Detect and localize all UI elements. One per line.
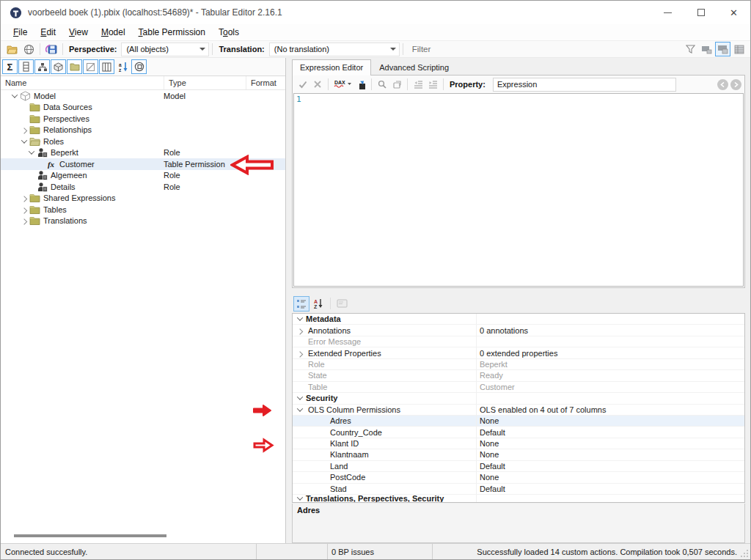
property-row-state[interactable]: StateReady [293,370,744,381]
property-value[interactable]: Default [477,462,744,471]
property-row-land[interactable]: LandDefault [293,461,744,472]
back-icon[interactable] [717,79,728,90]
property-row-security[interactable]: Security [293,393,744,404]
menu-model[interactable]: Model [95,26,132,39]
menu-edit[interactable]: Edit [34,26,62,39]
grid-expander-icon[interactable] [295,325,304,335]
cancel-icon[interactable] [310,78,325,92]
tree-column-type[interactable]: Type [164,76,246,89]
tree-row-details[interactable]: DetailsRole [1,181,285,193]
property-row-postcode[interactable]: PostCodeNone [293,472,744,483]
property-row-translations-perspectives-security[interactable]: Translations, Perspectives, Security [293,495,744,502]
tree-row-perspectives[interactable]: Perspectives [1,113,285,125]
tree-expander-icon[interactable] [19,136,29,146]
tab-advanced-scripting[interactable]: Advanced Scripting [371,59,457,75]
grid-expander-icon[interactable] [295,394,304,403]
tree-row-translations[interactable]: Translations [1,215,285,227]
property-row-ols-column-permissions[interactable]: OLS Column PermissionsOLS enabled on 4 o… [293,405,744,416]
property-row-table[interactable]: TableCustomer [293,382,744,393]
tree-expander-icon[interactable] [19,125,29,135]
tree-row-relationships[interactable]: Relationships [1,125,285,136]
property-value[interactable]: Customer [477,383,744,391]
tree-row-shared-expressions[interactable]: Shared Expressions [1,193,285,205]
filter-input[interactable] [412,43,676,56]
outdent-icon[interactable] [411,78,425,92]
show-display-folders-icon[interactable] [67,59,82,74]
horizontal-scrollbar[interactable] [14,534,166,537]
menu-table-permission[interactable]: Table Permission [132,26,212,39]
apply-icon[interactable] [296,78,310,92]
show-measures-icon[interactable]: Σ [2,59,18,74]
property-value[interactable]: OLS enabled on 4 out of 7 columns [477,405,744,414]
property-value[interactable]: Default [477,485,744,493]
show-all-columns-icon[interactable] [99,59,114,74]
tree-column-format[interactable]: Format [246,76,285,89]
property-value[interactable]: None [477,450,744,459]
translation-select[interactable]: (No translation) [269,43,400,56]
tree-expander-icon[interactable] [19,205,29,214]
property-value[interactable]: Default [477,428,744,437]
tree-row-data-sources[interactable]: Data Sources [1,102,285,114]
find-icon[interactable] [375,78,389,92]
tree-row-roles[interactable]: Roles [1,136,285,147]
grid-expander-icon[interactable] [295,314,304,324]
tree-row-tables[interactable]: Tables [1,204,285,215]
property-row-error-message[interactable]: Error Message [293,336,744,347]
panel-splitter[interactable] [286,58,292,543]
tree-row-model[interactable]: ModelModel [1,90,285,102]
tree-column-name[interactable]: Name [1,76,164,89]
save-icon[interactable] [43,42,59,56]
status-bp-issues[interactable]: 0 BP issues [327,544,432,559]
perspective-select[interactable]: (All objects) [121,43,209,56]
forward-icon[interactable] [730,79,741,90]
tab-expression-editor[interactable]: Expression Editor [292,59,371,75]
grid-expander-icon[interactable] [295,495,304,502]
property-row-metadata[interactable]: Metadata [293,314,744,325]
insert-icon[interactable] [353,78,368,92]
property-row-stad[interactable]: StadDefault [293,484,744,495]
property-row-adres[interactable]: AdresNone [293,416,744,427]
property-row-annotations[interactable]: Annotations0 annotations [293,325,744,336]
code-content[interactable] [306,94,743,286]
property-row-extended-properties[interactable]: Extended Properties0 extended properties [293,347,744,358]
deploy-icon[interactable] [21,42,37,56]
show-hierarchies-icon[interactable] [34,59,50,74]
property-value[interactable]: None [477,473,744,482]
grid-expander-icon[interactable] [295,348,304,358]
show-hidden-objects-icon[interactable] [83,59,98,74]
categorized-icon[interactable] [293,296,309,312]
show-partitions-icon[interactable] [51,59,66,74]
property-row-role[interactable]: RoleBeperkt [293,359,744,370]
property-row-klant-id[interactable]: Klant IDNone [293,438,744,449]
tree-expander-icon[interactable] [19,216,29,226]
property-select[interactable]: Expression [493,78,676,92]
grid-expander-icon[interactable] [295,405,304,414]
open-model-icon[interactable] [4,42,21,56]
show-columns-icon[interactable] [18,59,34,74]
resize-grip-icon[interactable] [740,549,749,558]
sort-alphabetical-icon[interactable]: az [115,59,131,74]
view-mode-list-icon[interactable] [731,42,747,56]
view-mode-split-icon[interactable] [715,42,730,56]
horizontal-splitter[interactable] [292,288,745,294]
property-value[interactable]: None [477,416,744,425]
minimize-button[interactable] [651,1,684,24]
view-mode-tree-icon[interactable] [699,42,714,56]
menu-file[interactable]: File [7,26,34,39]
tree-expander-icon[interactable] [10,91,19,100]
property-value[interactable]: Ready [477,371,744,380]
tree-expander-icon[interactable] [26,148,36,158]
replace-icon[interactable] [389,78,404,92]
dax-code-editor[interactable]: 1 [293,93,744,287]
property-pages-icon[interactable] [334,296,350,312]
indent-icon[interactable] [425,78,440,92]
property-row-country-code[interactable]: Country_CodeDefault [293,427,744,438]
alphabetical-icon[interactable]: AZ [310,296,326,312]
property-value[interactable]: 0 annotations [477,326,744,335]
menu-view[interactable]: View [62,26,95,39]
menu-tools[interactable]: Tools [212,26,246,39]
property-row-klantnaam[interactable]: KlantnaamNone [293,449,744,460]
show-perspectives-icon[interactable] [131,59,147,74]
tree-expander-icon[interactable] [19,194,29,203]
close-button[interactable]: ✕ [717,1,750,24]
